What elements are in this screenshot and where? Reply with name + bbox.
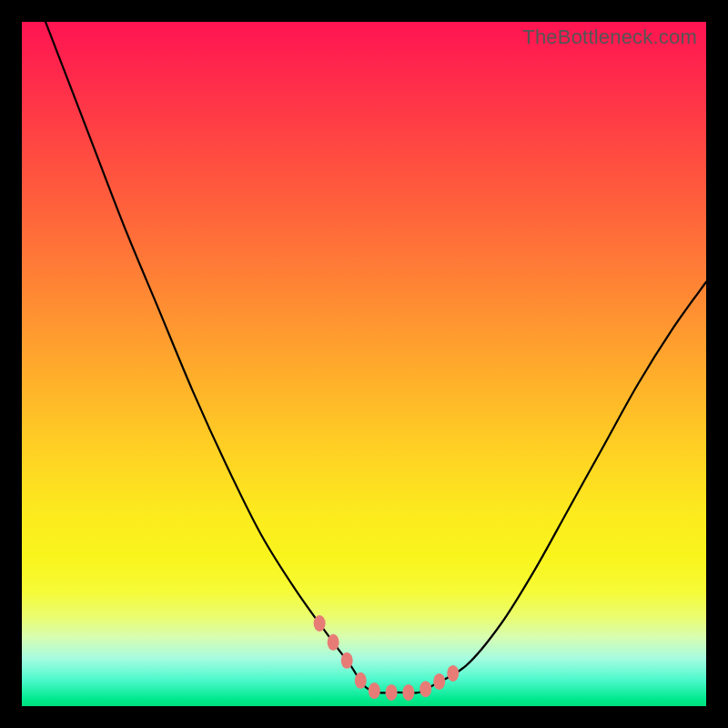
curve-marker: [447, 665, 459, 682]
curve-marker: [420, 681, 431, 697]
curve-marker: [402, 684, 414, 701]
curve-marker: [433, 673, 445, 690]
curve-marker: [386, 684, 398, 701]
chart-svg: [22, 22, 706, 706]
curve-marker: [355, 672, 367, 689]
curve-marker: [341, 652, 353, 669]
curve-marker: [369, 682, 380, 699]
chart-frame: TheBottleneck.com: [0, 0, 728, 728]
plot-area: TheBottleneck.com: [22, 22, 706, 706]
curve-marker: [314, 615, 326, 632]
bottleneck-curve: [22, 0, 706, 693]
curve-markers: [314, 615, 460, 701]
curve-marker: [328, 634, 339, 651]
